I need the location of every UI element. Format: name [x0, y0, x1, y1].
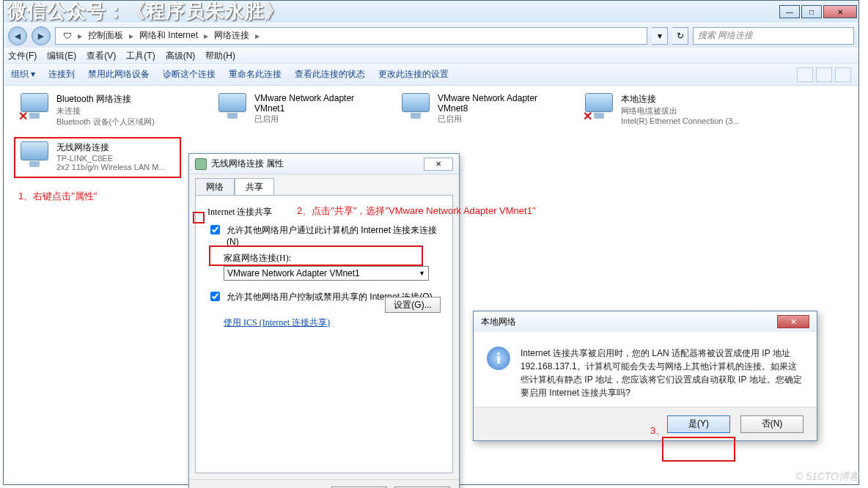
conn-status: 未连接	[56, 106, 155, 117]
breadcrumb-seg[interactable]: 🛡	[60, 31, 75, 41]
annotation-1: 1、右键点击"属性"	[18, 190, 97, 203]
tab-network[interactable]: 网络	[195, 178, 235, 196]
conn-status: 已启用	[254, 114, 354, 125]
conn-status: 已启用	[438, 114, 537, 125]
yes-button[interactable]: 是(Y)	[667, 415, 730, 433]
ics-link[interactable]: 使用 ICS (Internet 连接共享)	[224, 317, 330, 329]
adapter-icon	[400, 93, 432, 122]
home-network-combo[interactable]: VMware Network Adapter VMnet1▼	[224, 266, 429, 281]
menu-tools[interactable]: 工具(T)	[126, 50, 155, 62]
tab-panel-sharing: Internet 连接共享 允许其他网络用户通过此计算机的 Internet 连…	[195, 195, 453, 473]
allow-connect-label: 允许其他网络用户通过此计算机的 Internet 连接来连接(N)	[227, 224, 441, 248]
tb-disable[interactable]: 禁用此网络设备	[88, 68, 150, 81]
nav-back-button[interactable]: ◄	[8, 26, 27, 45]
conn-title: 本地连接	[621, 93, 739, 106]
dialog-title: 无线网络连接 属性	[211, 158, 284, 170]
view-button[interactable]	[797, 67, 813, 82]
menu-file[interactable]: 文件(F)	[8, 50, 37, 62]
address-bar: ◄ ► 🛡▸ 控制面板▸ 网络和 Internet▸ 网络连接▸ ▾ ↻ 搜索 …	[4, 23, 858, 48]
tb-diagnose[interactable]: 诊断这个连接	[163, 68, 216, 81]
minimize-button[interactable]: —	[779, 5, 800, 18]
connection-vmnet8[interactable]: VMware Network Adapter VMnet8 已启用	[400, 93, 583, 125]
annotation-2: 2、点击"共享"，选择"VMware Network Adapter VMnet…	[297, 204, 536, 218]
conn-title: VMware Network Adapter	[438, 93, 537, 103]
conn-title: 无线网络连接	[56, 141, 166, 154]
conn-title: VMware Network Adapter	[254, 93, 354, 103]
wifi-icon	[18, 141, 51, 171]
tab-sharing[interactable]: 共享	[235, 178, 274, 196]
connection-bluetooth[interactable]: ✕ Bluetooth 网络连接 未连接 Bluetooth 设备(个人区域网)	[18, 93, 202, 127]
tb-rename[interactable]: 重命名此连接	[229, 68, 282, 81]
connection-lan[interactable]: ✕ 本地连接 网络电缆被拔出 Intel(R) Ethernet Connect…	[583, 93, 795, 125]
tb-connect[interactable]: 连接到	[48, 68, 75, 81]
annotation-box-cb1	[193, 212, 205, 223]
messagebox: 本地网络 ✕ i Internet 连接共享被启用时，您的 LAN 适配器将被设…	[473, 311, 817, 441]
allow-connect-checkbox[interactable]	[210, 225, 220, 234]
refresh-button[interactable]: ↻	[672, 27, 688, 45]
breadcrumb-seg[interactable]: 网络连接	[211, 29, 252, 42]
lan-icon: ✕	[583, 93, 615, 122]
toolbar: 组织 ▾ 连接到 禁用此网络设备 诊断这个连接 重命名此连接 查看此连接的状态 …	[4, 64, 858, 86]
adapter-icon	[216, 93, 249, 122]
settings-button[interactable]: 设置(G)...	[385, 297, 441, 313]
connection-vmnet1[interactable]: VMware Network Adapter VMnet1 已启用	[216, 93, 400, 125]
tb-status[interactable]: 查看此连接的状态	[295, 68, 365, 81]
tb-changesettings[interactable]: 更改此连接的设置	[378, 68, 449, 81]
dialog-footer: 确定 取消	[189, 479, 459, 488]
tb-organize[interactable]: 组织 ▾	[11, 68, 35, 81]
menu-help[interactable]: 帮助(H)	[205, 50, 235, 62]
explorer-window: — □ ✕ ◄ ► 🛡▸ 控制面板▸ 网络和 Internet▸ 网络连接▸ ▾…	[3, 0, 859, 485]
conn-title2: VMnet8	[438, 103, 537, 114]
dialog-close-button[interactable]: ✕	[424, 158, 453, 171]
messagebox-titlebar: 本地网络 ✕	[474, 311, 817, 332]
conn-status: TP-LINK_C8EE	[56, 154, 166, 163]
breadcrumb-seg[interactable]: 控制面板	[85, 29, 126, 42]
home-network-label: 家庭网络连接(H):	[224, 252, 441, 265]
conn-device: Bluetooth 设备(个人区域网)	[56, 117, 155, 127]
conn-device: Intel(R) Ethernet Connection (3...	[621, 117, 739, 125]
no-button[interactable]: 否(N)	[740, 415, 803, 433]
maximize-button[interactable]: □	[801, 5, 822, 18]
messagebox-title: 本地网络	[481, 316, 516, 328]
menu-view[interactable]: 查看(V)	[87, 50, 116, 62]
preview-button[interactable]	[816, 67, 832, 82]
bluetooth-icon: ✕	[18, 93, 51, 122]
menu-edit[interactable]: 编辑(E)	[47, 50, 76, 62]
combo-value: VMware Network Adapter VMnet1	[227, 268, 360, 278]
menu-advanced[interactable]: 高级(N)	[166, 50, 196, 62]
breadcrumb-seg[interactable]: 网络和 Internet	[136, 29, 201, 42]
search-input[interactable]: 搜索 网络连接	[693, 27, 854, 45]
adapter-icon	[195, 158, 207, 170]
titlebar: — □ ✕	[4, 1, 858, 23]
breadcrumb[interactable]: 🛡▸ 控制面板▸ 网络和 Internet▸ 网络连接▸	[55, 27, 647, 45]
chevron-down-icon: ▼	[419, 270, 425, 277]
dialog-titlebar: 无线网络连接 属性 ✕	[189, 154, 459, 174]
conn-status: 网络电缆被拔出	[621, 106, 739, 117]
conn-title2: VMnet1	[254, 103, 354, 114]
properties-dialog: 无线网络连接 属性 ✕ 网络 共享 Internet 连接共享 允许其他网络用户…	[188, 153, 460, 488]
allow-control-checkbox[interactable]	[210, 292, 220, 301]
breadcrumb-dropdown[interactable]: ▾	[652, 27, 668, 45]
messagebox-close-button[interactable]: ✕	[777, 315, 809, 328]
conn-device: 2x2 11b/g/n Wireless LAN M...	[56, 163, 166, 171]
messagebox-text: Internet 连接共享被启用时，您的 LAN 适配器将被设置成使用 IP 地…	[521, 347, 803, 399]
menubar: 文件(F) 编辑(E) 查看(V) 工具(T) 高级(N) 帮助(H)	[4, 48, 858, 64]
conn-title: Bluetooth 网络连接	[56, 93, 155, 106]
help-button[interactable]	[835, 67, 851, 82]
nav-forward-button[interactable]: ►	[32, 26, 51, 45]
info-icon: i	[487, 347, 510, 370]
close-button[interactable]: ✕	[823, 5, 857, 18]
connection-wifi[interactable]: 无线网络连接 TP-LINK_C8EE 2x2 11b/g/n Wireless…	[18, 141, 202, 171]
annotation-3: 3、	[650, 424, 665, 437]
content-area: ✕ Bluetooth 网络连接 未连接 Bluetooth 设备(个人区域网)…	[4, 87, 858, 484]
